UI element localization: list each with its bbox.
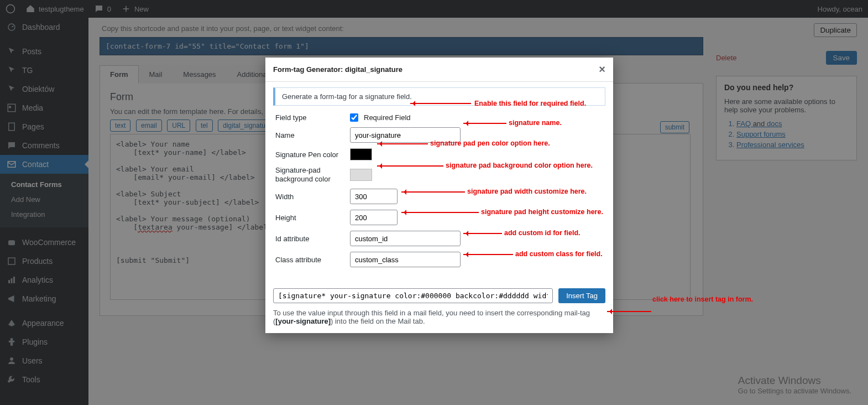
form-tag-modal: Form-tag Generator: digital_signature × … xyxy=(265,58,613,333)
required-checkbox[interactable] xyxy=(350,113,358,122)
label-class: Class attribute xyxy=(275,256,350,264)
modal-help: To use the value input through this fiel… xyxy=(265,309,613,333)
label-id: Id attribute xyxy=(275,235,350,243)
label-fieldtype: Field type xyxy=(275,113,350,122)
modal-close-icon[interactable]: × xyxy=(599,63,605,76)
insert-tag-button[interactable]: Insert Tag xyxy=(558,288,605,303)
generated-tag-input[interactable] xyxy=(273,288,553,303)
height-input[interactable] xyxy=(350,210,398,225)
label-name: Name xyxy=(275,131,350,139)
label-height: Height xyxy=(275,214,350,222)
label-required: Required Field xyxy=(364,113,411,122)
label-width: Width xyxy=(275,193,350,201)
name-input[interactable] xyxy=(350,127,461,143)
bg-color-picker[interactable] xyxy=(350,169,372,181)
pen-color-picker[interactable] xyxy=(350,148,372,160)
label-pencolor: Signature Pen color xyxy=(275,150,350,159)
id-input[interactable] xyxy=(350,231,461,246)
modal-title: Form-tag Generator: digital_signature xyxy=(273,65,402,74)
width-input[interactable] xyxy=(350,189,398,204)
class-input[interactable] xyxy=(350,252,461,267)
label-bgcolor: Signature-pad background color xyxy=(275,166,350,183)
modal-note: Generate a form-tag for a signature fiel… xyxy=(273,87,605,106)
